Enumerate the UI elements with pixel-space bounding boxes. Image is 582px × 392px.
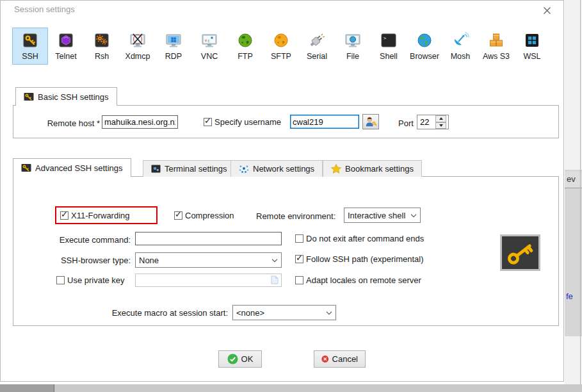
checkbox-box — [295, 234, 303, 243]
specify-username-checkbox[interactable]: ✓ Specify username — [204, 117, 281, 127]
use-private-key-checkbox[interactable]: Use private key — [56, 275, 125, 285]
spinner-up-button[interactable] — [435, 115, 446, 122]
session-type-ftp[interactable]: FTP — [227, 28, 263, 65]
checkbox-box: ✓ — [295, 255, 303, 263]
cancel-x-icon — [321, 354, 329, 364]
ftp-globe-icon — [236, 31, 254, 49]
ssh-session-image — [500, 234, 540, 271]
session-type-bar: SSH Telnet Rsh — [12, 28, 550, 65]
browser-earth-icon — [416, 31, 433, 49]
port-label: Port — [398, 118, 414, 128]
background-tab-fragment: ev — [565, 172, 582, 188]
session-type-xdmcp[interactable]: Xdmcp — [120, 28, 156, 65]
background-divider-line — [54, 384, 54, 392]
arrow-down-icon — [439, 124, 443, 127]
serial-plug-icon — [308, 31, 326, 49]
session-type-aws-s3[interactable]: Aws S3 — [478, 28, 514, 65]
session-settings-dialog: Session settings SSH Telnet — [0, 0, 564, 382]
spinner-down-button[interactable] — [435, 122, 446, 129]
checkbox-box: ✓ — [60, 211, 69, 220]
rdp-monitor-icon — [165, 31, 182, 49]
session-type-telnet[interactable]: Telnet — [48, 28, 84, 65]
checkbox-box — [295, 276, 303, 284]
mosh-satellite-icon — [451, 31, 469, 49]
execute-command-label: Execute command: — [57, 235, 131, 245]
network-dots-icon — [239, 165, 249, 174]
tab-advanced-ssh-settings[interactable]: Advanced SSH settings — [13, 158, 131, 177]
svg-text:>: > — [384, 36, 386, 41]
background-bottom-strip-dark — [0, 384, 54, 392]
background-link-fragment: fe — [566, 291, 573, 301]
compression-checkbox[interactable]: ✓ Compression — [174, 211, 234, 220]
ssh-browser-type-label: SSH-browser type: — [52, 256, 131, 265]
adapt-locales-checkbox[interactable]: Adapt locales on remote server — [295, 275, 421, 285]
background-edge-line — [580, 0, 581, 392]
tab-advanced-label: Advanced SSH settings — [35, 163, 123, 173]
tab-terminal-label: Terminal settings — [165, 164, 227, 174]
telnet-gem-icon — [57, 31, 75, 49]
session-type-rdp[interactable]: RDP — [156, 28, 191, 65]
execute-command-input[interactable] — [135, 232, 282, 245]
remote-environment-dropdown[interactable]: Interactive shell — [344, 208, 421, 223]
dialog-title: Session settings — [14, 4, 75, 14]
session-type-vnc[interactable]: v c VNC — [191, 28, 227, 65]
file-picker-icon[interactable] — [271, 275, 279, 284]
ok-check-icon — [227, 354, 238, 364]
port-input[interactable] — [417, 115, 435, 129]
tab-basic-label: Basic SSH settings — [38, 92, 109, 102]
tab-terminal-settings[interactable]: Terminal settings — [143, 160, 236, 177]
key-icon — [21, 163, 31, 172]
checkbox-box: ✓ — [174, 211, 182, 220]
session-type-browser[interactable]: Browser — [407, 28, 442, 65]
private-key-input[interactable] — [135, 274, 282, 287]
remote-host-label: Remote host * — [40, 118, 100, 128]
advanced-ssh-groupbox — [13, 176, 559, 326]
remote-environment-label: Remote environment: — [256, 211, 335, 221]
ok-button[interactable]: OK — [218, 350, 262, 368]
ssh-browser-type-dropdown[interactable]: None — [135, 252, 282, 268]
svg-text:v: v — [205, 38, 207, 43]
star-icon — [331, 164, 341, 174]
key-icon — [24, 92, 34, 101]
user-key-icon — [364, 116, 377, 127]
no-exit-checkbox[interactable]: Do not exit after command ends — [295, 234, 424, 243]
vnc-monitor-icon: v c — [200, 31, 218, 49]
background-panel — [565, 170, 582, 336]
session-type-rsh[interactable]: Rsh — [84, 28, 120, 65]
tab-bookmark-label: Bookmark settings — [345, 164, 414, 174]
execute-macro-dropdown[interactable]: <none> — [232, 305, 336, 320]
background-bottom-strip — [0, 384, 582, 392]
username-input[interactable] — [290, 115, 359, 129]
session-type-shell[interactable]: > Shell — [371, 28, 407, 65]
big-key-icon — [505, 240, 537, 266]
session-type-wsl[interactable]: WSL — [514, 28, 550, 65]
follow-ssh-path-checkbox[interactable]: ✓ Follow SSH path (experimental) — [295, 254, 424, 264]
tab-network-label: Network settings — [253, 164, 314, 174]
session-type-mosh[interactable]: Mosh — [442, 28, 478, 65]
close-icon — [543, 6, 551, 15]
execute-macro-label: Execute macro at session start: — [100, 308, 228, 318]
sftp-globe-icon — [272, 31, 290, 49]
close-button[interactable] — [538, 3, 555, 18]
cancel-button[interactable]: Cancel — [314, 350, 366, 368]
ssh-key-icon — [21, 31, 39, 49]
session-type-ssh[interactable]: SSH — [12, 28, 48, 65]
credentials-button[interactable] — [362, 114, 379, 129]
tab-basic-ssh-settings[interactable]: Basic SSH settings — [15, 87, 117, 106]
terminal-gear-icon — [151, 165, 161, 173]
arrow-up-icon — [439, 117, 443, 120]
remote-host-input[interactable] — [102, 115, 178, 129]
session-type-file[interactable]: File — [335, 28, 371, 65]
port-spinner — [417, 115, 449, 129]
rsh-gears-icon — [93, 31, 111, 49]
tab-bookmark-settings[interactable]: Bookmark settings — [323, 160, 422, 177]
chevron-down-icon — [410, 214, 417, 218]
tab-network-settings[interactable]: Network settings — [230, 160, 323, 177]
x11-forwarding-checkbox[interactable]: ✓ X11-Forwarding — [60, 211, 130, 220]
xdmcp-monitor-icon — [129, 31, 147, 49]
shell-terminal-icon: > — [380, 31, 398, 49]
aws-s3-cubes-icon — [487, 31, 505, 49]
chevron-down-icon — [326, 311, 332, 315]
session-type-serial[interactable]: Serial — [299, 28, 335, 65]
session-type-sftp[interactable]: SFTP — [263, 28, 299, 65]
